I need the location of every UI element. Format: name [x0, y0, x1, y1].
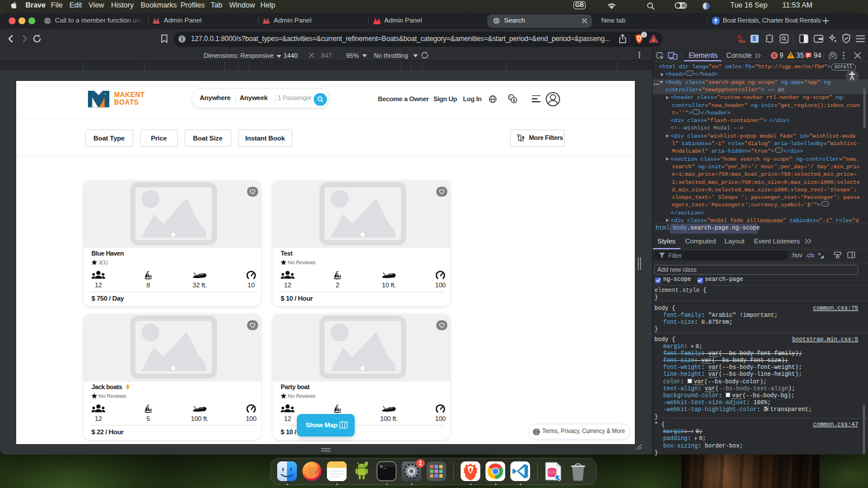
svg-text:>_: >_	[380, 464, 386, 470]
svg-text:$: $	[513, 98, 515, 103]
